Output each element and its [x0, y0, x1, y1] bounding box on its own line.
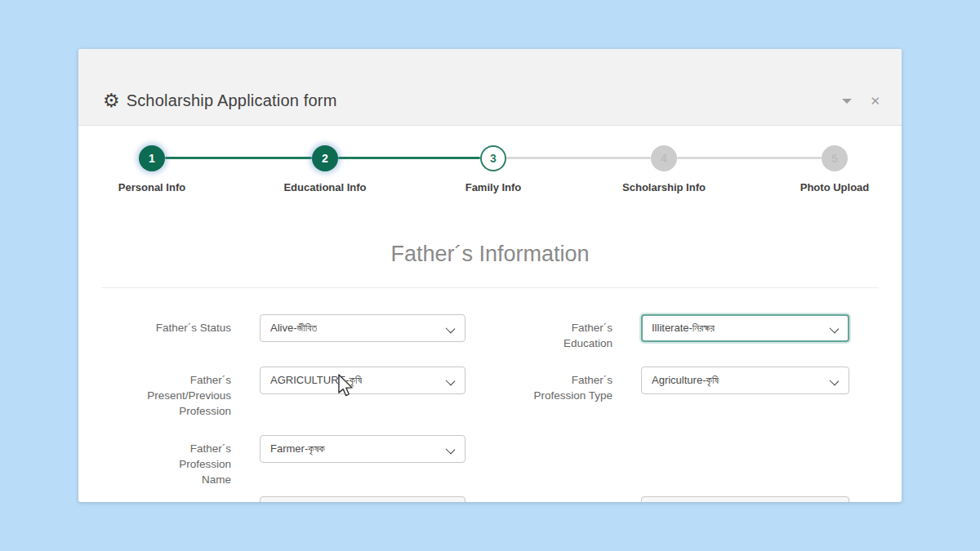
chevron-down-icon [446, 376, 456, 386]
step-number: 1 [149, 152, 155, 165]
father-profession-name-select[interactable]: Farmer-কৃষক [260, 435, 466, 463]
father-profession-type-select[interactable]: Agriculture-কৃষি [641, 367, 849, 394]
step-5-label: Photo Upload [761, 181, 902, 193]
step-4-label: Scholarship Info [590, 181, 737, 193]
step-number: 3 [490, 152, 497, 165]
chevron-down-icon [446, 445, 456, 455]
chevron-down-icon [446, 324, 456, 334]
step-2-educational-info[interactable]: 2 [312, 145, 338, 171]
step-4-scholarship-info[interactable]: 4 [651, 145, 677, 171]
chevron-down-icon [830, 376, 840, 386]
stepper-connector-4-5 [677, 157, 822, 159]
father-profession-name-value: Farmer-কৃষক [270, 442, 325, 455]
stepper-connector-2-3 [338, 157, 480, 159]
stepper-connector-1-2 [165, 157, 312, 159]
application-form-window: ⚙ Scholarship Application form ✕ 1 2 3 4… [78, 49, 902, 502]
father-profession-type-value: Agriculture-কৃষি [652, 374, 719, 387]
close-icon[interactable]: ✕ [870, 95, 880, 107]
step-5-photo-upload[interactable]: 5 [822, 145, 848, 171]
titlebar: ⚙ Scholarship Application form ✕ [78, 49, 902, 126]
father-present-profession-value: AGRICULTURE-কৃষি [270, 374, 362, 387]
collapse-icon[interactable] [842, 99, 852, 104]
step-number: 5 [831, 152, 838, 165]
step-3-label: Family Info [420, 181, 567, 193]
window-controls: ✕ [842, 95, 880, 107]
step-number: 2 [322, 152, 328, 165]
father-profession-type-label: Father´s Profession Type [506, 372, 612, 403]
father-profession-name-label: Father´s Profession Name [125, 441, 231, 487]
next-row-select-left-partial[interactable] [260, 496, 466, 502]
father-present-profession-select[interactable]: AGRICULTURE-কৃষি [260, 367, 466, 394]
father-status-select[interactable]: Alive-জীবিত [260, 314, 466, 342]
step-1-label: Personal Info [78, 181, 225, 193]
father-education-select[interactable]: Illiterate-নিরক্ষর [641, 314, 849, 342]
father-education-value: Illiterate-নিরক্ষর [652, 322, 715, 335]
section-divider [101, 287, 879, 288]
father-status-label: Father´s Status [125, 320, 231, 335]
gear-icon: ⚙ [103, 91, 120, 110]
step-number: 4 [661, 152, 667, 165]
window-title: Scholarship Application form [127, 91, 337, 110]
father-status-value: Alive-জীবিত [270, 322, 317, 335]
page-background: { "window": { "title": "Scholarship Appl… [0, 0, 980, 551]
step-3-family-info[interactable]: 3 [480, 145, 506, 171]
section-heading: Father´s Information [78, 242, 902, 267]
step-1-personal-info[interactable]: 1 [139, 145, 165, 171]
father-present-profession-label: Father´s Present/Previous Profession [125, 372, 231, 419]
next-row-select-right-partial[interactable] [641, 496, 849, 502]
stepper-connector-3-4 [506, 157, 651, 159]
step-2-label: Educational Info [252, 181, 399, 193]
father-education-label: Father´s Education [506, 320, 612, 351]
chevron-down-icon [830, 324, 840, 334]
